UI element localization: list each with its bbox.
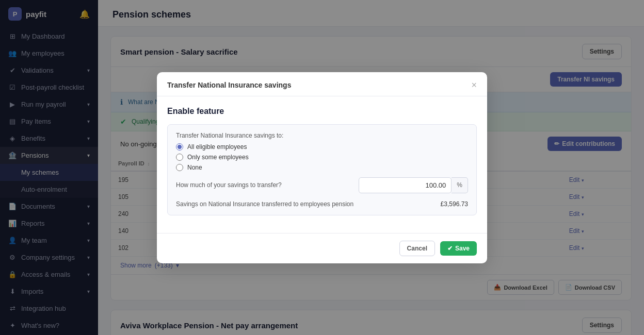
input-label: How much of your savings to transfer? xyxy=(176,181,355,189)
modal-input-wrap: % xyxy=(359,177,468,193)
savings-input[interactable] xyxy=(359,177,452,193)
modal-radio-label: Transfer National Insurance savings to: xyxy=(176,132,468,139)
radio-none[interactable]: None xyxy=(176,164,468,171)
modal-body: Enable feature Transfer National Insuran… xyxy=(157,96,487,233)
save-label: Save xyxy=(455,245,470,252)
modal-title: Transfer National Insurance savings xyxy=(167,81,291,89)
modal: Transfer National Insurance savings × En… xyxy=(157,72,487,263)
modal-section-title: Enable feature xyxy=(167,107,477,116)
radio-all-input[interactable] xyxy=(176,143,183,150)
radio-all-label: All eligible employees xyxy=(187,143,247,150)
modal-input-row: How much of your savings to transfer? % xyxy=(176,177,468,193)
radio-none-label: None xyxy=(187,164,202,171)
modal-savings-row: Savings on National Insurance transferre… xyxy=(176,196,468,208)
modal-header: Transfer National Insurance savings × xyxy=(157,72,487,96)
percent-suffix: % xyxy=(452,177,468,193)
savings-label: Savings on National Insurance transferre… xyxy=(176,200,353,208)
radio-none-input[interactable] xyxy=(176,164,183,171)
radio-some-input[interactable] xyxy=(176,154,183,161)
modal-footer: Cancel ✔ Save xyxy=(157,233,487,263)
cancel-button[interactable]: Cancel xyxy=(399,241,435,256)
modal-overlay[interactable]: Transfer National Insurance savings × En… xyxy=(0,0,644,335)
radio-all-eligible[interactable]: All eligible employees xyxy=(176,143,468,150)
modal-radio-group: Transfer National Insurance savings to: … xyxy=(167,124,477,215)
radio-some-employees[interactable]: Only some employees xyxy=(176,154,468,161)
save-button[interactable]: ✔ Save xyxy=(440,241,477,256)
modal-close-button[interactable]: × xyxy=(471,80,477,90)
radio-some-label: Only some employees xyxy=(187,154,249,161)
savings-value: £3,596.73 xyxy=(441,200,468,208)
save-check-icon: ✔ xyxy=(447,245,453,252)
